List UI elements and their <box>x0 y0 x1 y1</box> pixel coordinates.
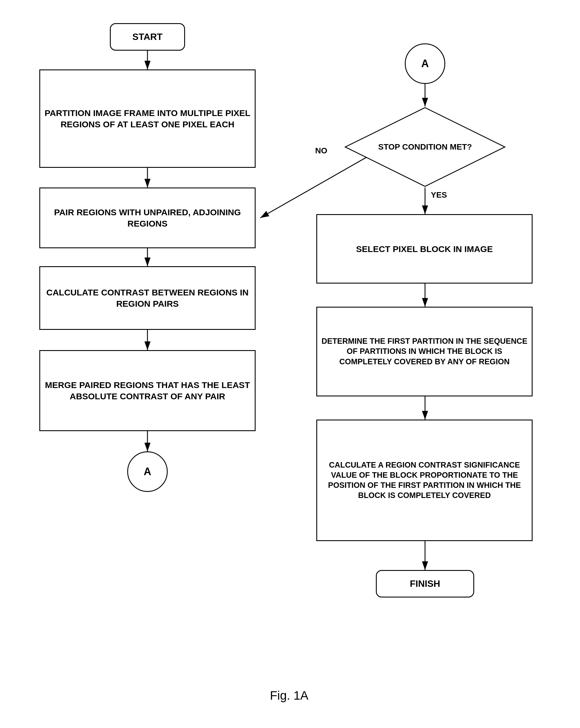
no-label: NO <box>315 146 327 155</box>
connector-a-left: A <box>127 451 168 492</box>
merge-label: MERGE PAIRED REGIONS THAT HAS THE LEAST … <box>43 379 252 402</box>
determine-box: DETERMINE THE FIRST PARTITION IN THE SEQ… <box>316 307 532 396</box>
stop-condition-text: STOP CONDITION MET? <box>356 113 494 181</box>
partition-box: PARTITION IMAGE FRAME INTO MULTIPLE PIXE… <box>39 70 256 168</box>
stop-condition-label: STOP CONDITION MET? <box>378 142 472 152</box>
calculate2-box: CALCULATE A REGION CONTRAST SIGNIFICANCE… <box>316 420 532 541</box>
finish-box: FINISH <box>376 570 474 598</box>
pair-box: PAIR REGIONS WITH UNPAIRED, ADJOINING RE… <box>39 187 256 248</box>
flowchart: START PARTITION IMAGE FRAME INTO MULTIPL… <box>0 0 580 728</box>
select-pixel-label: SELECT PIXEL BLOCK IN IMAGE <box>356 243 493 255</box>
calculate2-label: CALCULATE A REGION CONTRAST SIGNIFICANCE… <box>320 460 529 500</box>
yes-text: YES <box>431 190 447 199</box>
connector-a-top: A <box>405 44 445 84</box>
merge-box: MERGE PAIRED REGIONS THAT HAS THE LEAST … <box>39 350 256 431</box>
figure-label: Fig. 1A <box>202 688 376 703</box>
calculate-box: CALCULATE CONTRAST BETWEEN REGIONS IN RE… <box>39 266 256 330</box>
select-pixel-box: SELECT PIXEL BLOCK IN IMAGE <box>316 214 532 284</box>
connector-a-top-label: A <box>421 58 429 70</box>
finish-label: FINISH <box>410 578 440 590</box>
start-label: START <box>132 31 163 43</box>
partition-label: PARTITION IMAGE FRAME INTO MULTIPLE PIXE… <box>43 107 252 130</box>
no-text: NO <box>315 146 327 155</box>
yes-label: YES <box>431 190 447 200</box>
pair-label: PAIR REGIONS WITH UNPAIRED, ADJOINING RE… <box>43 207 252 229</box>
connector-a-left-label: A <box>144 466 151 478</box>
fig-label-text: Fig. 1A <box>270 688 308 702</box>
calculate-label: CALCULATE CONTRAST BETWEEN REGIONS IN RE… <box>43 287 252 309</box>
start-box: START <box>110 23 185 51</box>
determine-label: DETERMINE THE FIRST PARTITION IN THE SEQ… <box>320 336 529 367</box>
